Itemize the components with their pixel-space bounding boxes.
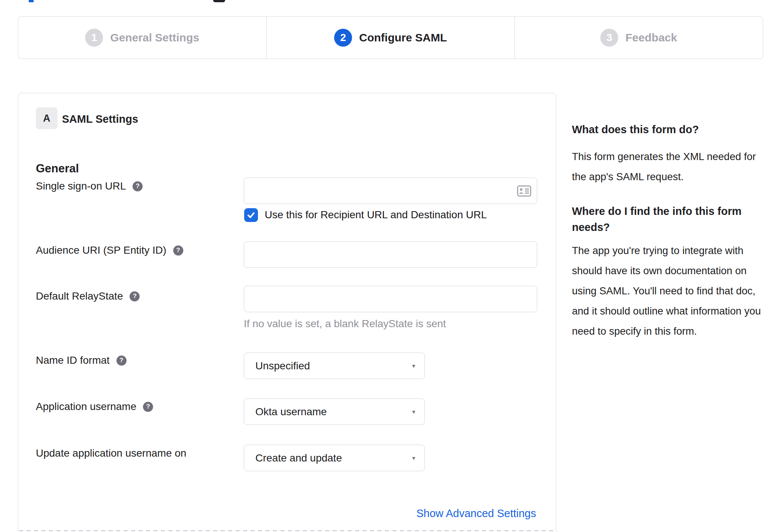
- stepper-step-general-settings[interactable]: 1 General Settings: [18, 17, 267, 59]
- sidebar-heading-where: Where do I find the info this form needs…: [572, 203, 769, 235]
- step-label: General Settings: [110, 31, 199, 44]
- stepper-step-configure-saml[interactable]: 2 Configure SAML: [267, 17, 515, 59]
- sidebar-body-where: The app you're trying to integrate with …: [572, 241, 769, 341]
- name-id-format-label-row: Name ID format ?: [36, 354, 127, 367]
- show-advanced-settings-link[interactable]: Show Advanced Settings: [416, 507, 536, 520]
- app-username-label-row: Application username ?: [36, 400, 153, 413]
- update-username-value: Create and update: [255, 452, 342, 464]
- chevron-down-icon: ▼: [411, 455, 416, 461]
- chevron-down-icon: ▼: [411, 409, 416, 415]
- section-a-badge: A: [36, 107, 57, 129]
- update-username-select[interactable]: Create and update ▼: [244, 445, 425, 471]
- audience-uri-help-icon[interactable]: ?: [173, 245, 183, 256]
- audience-uri-label: Audience URI (SP Entity ID): [36, 244, 167, 256]
- wizard-stepper: 1 General Settings 2 Configure SAML 3 Fe…: [18, 16, 763, 59]
- top-edge-fragment-blue: [29, 0, 34, 2]
- name-id-format-help-icon[interactable]: ?: [116, 356, 127, 366]
- update-username-label-row: Update application username on: [36, 447, 186, 460]
- sso-url-input[interactable]: [244, 178, 537, 204]
- sso-url-label-row: Single sign-on URL ?: [36, 180, 143, 193]
- recipient-url-checkbox[interactable]: [244, 208, 258, 222]
- relay-state-label: Default RelayState: [36, 290, 123, 302]
- app-username-value: Okta username: [255, 406, 327, 418]
- relay-state-hint: If no value is set, a blank RelayState i…: [244, 318, 446, 330]
- recipient-url-checkbox-label: Use this for Recipient URL and Destinati…: [265, 209, 487, 221]
- stepper-step-feedback[interactable]: 3 Feedback: [515, 17, 763, 59]
- section-divider-dashed: [19, 530, 555, 531]
- step-label: Feedback: [625, 31, 677, 44]
- step-number-badge: 3: [600, 29, 618, 47]
- sso-url-help-icon[interactable]: ?: [133, 181, 143, 191]
- app-username-help-icon[interactable]: ?: [143, 402, 153, 412]
- sso-url-label: Single sign-on URL: [36, 180, 126, 192]
- app-username-select[interactable]: Okta username ▼: [244, 398, 425, 425]
- name-id-format-value: Unspecified: [255, 360, 310, 372]
- relay-state-help-icon[interactable]: ?: [130, 291, 140, 301]
- checkmark-icon: [246, 210, 256, 220]
- step-number-badge: 2: [334, 29, 352, 47]
- chevron-down-icon: ▼: [411, 363, 416, 369]
- audience-uri-input[interactable]: [244, 241, 537, 268]
- sidebar-heading-what: What does this form do?: [572, 122, 769, 138]
- audience-uri-label-row: Audience URI (SP Entity ID) ?: [36, 244, 183, 257]
- step-number-badge: 1: [85, 29, 103, 47]
- name-id-format-label: Name ID format: [36, 354, 110, 366]
- general-section-heading: General: [36, 162, 79, 175]
- step-label: Configure SAML: [359, 31, 447, 44]
- sidebar-body-what: This form generates the XML needed for t…: [572, 147, 769, 187]
- relay-state-input[interactable]: [244, 286, 537, 312]
- name-id-format-select[interactable]: Unspecified ▼: [244, 353, 425, 379]
- saml-settings-panel: A SAML Settings General Single sign-on U…: [18, 93, 556, 532]
- relay-state-label-row: Default RelayState ?: [36, 290, 140, 303]
- update-username-label: Update application username on: [36, 447, 186, 459]
- top-edge-fragment-dark: [213, 0, 225, 2]
- app-username-label: Application username: [36, 401, 136, 413]
- help-sidebar: What does this form do? This form genera…: [572, 122, 769, 341]
- panel-title: SAML Settings: [62, 113, 138, 125]
